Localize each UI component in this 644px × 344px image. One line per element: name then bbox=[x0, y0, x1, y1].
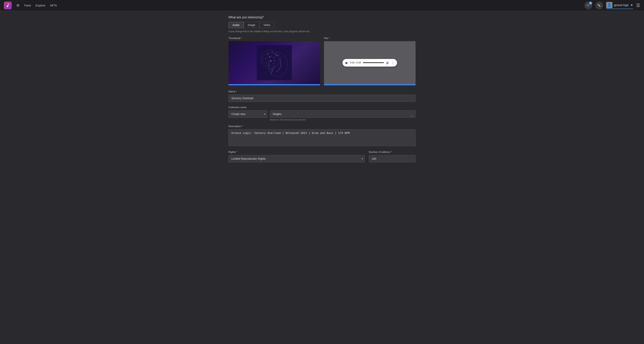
collection-row: Create newExisting ▾ ✓ Maximum 100 chara… bbox=[228, 110, 416, 121]
collection-select[interactable]: Create newExisting bbox=[228, 110, 268, 118]
svg-rect-0 bbox=[257, 45, 292, 80]
editions-col: Number of editions * bbox=[369, 150, 416, 162]
nfts-label: NFTs bbox=[50, 4, 57, 7]
thumbnail-label: Thumbnail * bbox=[228, 37, 320, 40]
collection-name-input[interactable] bbox=[270, 110, 416, 118]
thumbnail-progress bbox=[228, 84, 320, 85]
rights-editions-row: Rights * Limited Reproduction RightsFull… bbox=[228, 150, 416, 162]
volume-button[interactable]: 🔊 bbox=[386, 61, 389, 64]
tokenizing-section: What are you tokenizing? Audio Image Vid… bbox=[228, 16, 416, 33]
cart-badge: 0 bbox=[589, 2, 592, 5]
nav-nfts[interactable]: NFTs bbox=[50, 4, 57, 7]
svg-point-27 bbox=[270, 60, 271, 62]
thumbnail-col: Thumbnail * bbox=[228, 37, 320, 84]
pencil-icon: ✏️ bbox=[598, 4, 601, 7]
hamburger-button[interactable]: ☰ bbox=[636, 3, 640, 8]
cart-icon: 🛒 bbox=[586, 4, 590, 7]
media-type-tabs: Audio Image Video bbox=[228, 22, 416, 28]
check-icon: ✓ bbox=[411, 114, 413, 117]
nav-links: ⚙ Feed Explore NFTs bbox=[16, 3, 584, 8]
file-progress bbox=[324, 84, 416, 85]
settings-icon[interactable]: ⚙ bbox=[16, 3, 20, 8]
tab-audio[interactable]: Audio bbox=[228, 22, 244, 28]
username-label: groove-logic bbox=[614, 4, 629, 7]
name-label: Name * bbox=[228, 90, 416, 93]
file-upload[interactable]: ▶ 0:00 / 5:08 🔊 ⋮ bbox=[324, 41, 416, 84]
rights-col: Rights * Limited Reproduction RightsFull… bbox=[228, 150, 365, 162]
edit-button[interactable]: ✏️ bbox=[595, 2, 603, 9]
description-textarea[interactable]: Groove Logic- Sensory Overload | Release… bbox=[228, 129, 416, 146]
more-options-button[interactable]: ⋮ bbox=[391, 61, 394, 64]
media-row: Thumbnail * bbox=[228, 37, 416, 84]
tab-video[interactable]: Video bbox=[260, 22, 275, 28]
svg-point-28 bbox=[276, 54, 276, 55]
thumbnail-upload[interactable] bbox=[228, 41, 320, 84]
tab-image[interactable]: Image bbox=[244, 22, 260, 28]
brain-svg bbox=[257, 45, 292, 80]
rights-label: Rights * bbox=[228, 150, 365, 153]
avatar: 👤 bbox=[606, 2, 612, 8]
editions-input[interactable] bbox=[369, 155, 416, 162]
rights-select-wrap: Limited Reproduction RightsFull RightsNo… bbox=[228, 155, 365, 162]
collection-label: Collection name bbox=[228, 106, 416, 109]
nav-explore[interactable]: Explore bbox=[36, 4, 46, 7]
rights-select[interactable]: Limited Reproduction RightsFull RightsNo… bbox=[228, 155, 365, 162]
app-logo[interactable] bbox=[4, 2, 12, 9]
audio-player: ▶ 0:00 / 5:08 🔊 ⋮ bbox=[342, 59, 397, 67]
editions-label: Number of editions * bbox=[369, 150, 416, 153]
user-menu[interactable]: 👤 groove-logic ▼ bbox=[606, 2, 633, 9]
media-upload-section: Thumbnail * bbox=[228, 37, 416, 85]
tokenizing-title: What are you tokenizing? bbox=[228, 16, 416, 19]
music-icon bbox=[6, 3, 10, 8]
navbar-right: 🛒 0 ✏️ 👤 groove-logic ▼ ☰ bbox=[584, 2, 640, 9]
upload-progress-row bbox=[228, 84, 416, 85]
time-display: 0:00 / 5:08 bbox=[350, 61, 361, 64]
collection-select-wrap: Create newExisting ▾ bbox=[228, 110, 268, 118]
name-field-group: Name * bbox=[228, 90, 416, 102]
warning-text: If you change this in the middle of fill… bbox=[228, 30, 416, 33]
file-label: File * bbox=[324, 37, 416, 40]
char-limit-text: Maximum 100 characters are allowed. bbox=[270, 118, 416, 121]
navbar: ⚙ Feed Explore NFTs 🛒 0 ✏️ 👤 groove-logi… bbox=[0, 0, 644, 11]
play-button[interactable]: ▶ bbox=[346, 61, 348, 65]
main-content: What are you tokenizing? Audio Image Vid… bbox=[224, 11, 420, 167]
collection-name-wrap: ✓ Maximum 100 characters are allowed. bbox=[270, 110, 416, 121]
file-col: File * ▶ 0:00 / 5:08 🔊 ⋮ bbox=[324, 37, 416, 84]
feed-label: Feed bbox=[24, 4, 31, 7]
cart-button[interactable]: 🛒 0 bbox=[584, 2, 592, 9]
description-field-group: Description * Groove Logic- Sensory Over… bbox=[228, 125, 416, 147]
collection-field-group: Collection name Create newExisting ▾ ✓ M… bbox=[228, 106, 416, 121]
name-input[interactable] bbox=[228, 94, 416, 102]
thumbnail-image bbox=[228, 41, 320, 84]
explore-label: Explore bbox=[36, 4, 46, 7]
chevron-down-icon: ▼ bbox=[630, 4, 633, 7]
description-label: Description * bbox=[228, 125, 416, 128]
nav-feed[interactable]: Feed bbox=[24, 4, 31, 7]
progress-bar[interactable] bbox=[363, 62, 384, 63]
